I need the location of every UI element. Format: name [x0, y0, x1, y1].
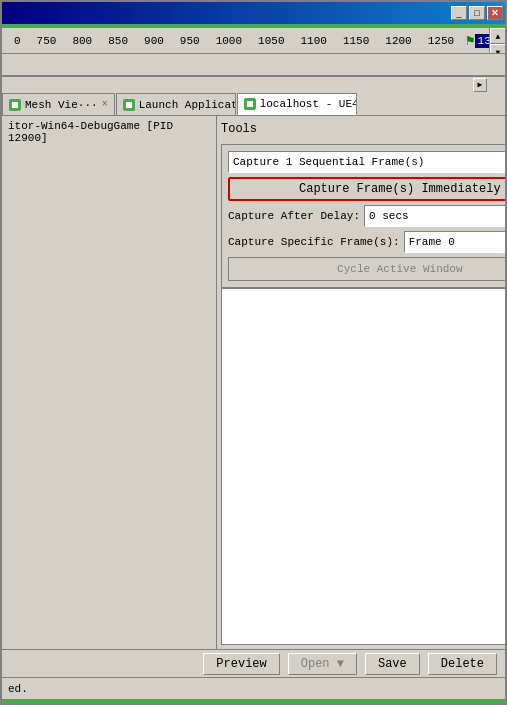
save-button[interactable]: Save — [365, 653, 420, 675]
pid-label: itor-Win64-DebugGame [PID 12900] — [2, 116, 216, 148]
open-button: Open ▼ — [288, 653, 357, 675]
open-label: Open — [301, 657, 330, 671]
footer-toolbar: Preview Open ▼ Save Delete — [2, 649, 505, 677]
capture-specific-row: Capture Specific Frame(s): ▲ ▼ — [228, 231, 505, 253]
localhost-icon — [244, 98, 256, 110]
green-border-bottom — [2, 699, 505, 703]
ruler-mark-850: 850 — [100, 35, 136, 47]
tab-mesh-view[interactable]: Mesh Vie··· × — [2, 93, 115, 115]
launch-icon — [123, 99, 135, 111]
ruler-mark-900: 900 — [136, 35, 172, 47]
capture-specific-label: Capture Specific Frame(s): — [228, 236, 400, 248]
h-scroll-area: ▶ — [2, 76, 505, 92]
tools-header: Tools — [221, 120, 505, 138]
ruler-mark-1200: 1200 — [377, 35, 419, 47]
tab-mesh-close[interactable]: × — [102, 99, 108, 110]
capture-after-delay-row: Capture After Delay: ▲ ▼ — [228, 205, 505, 227]
big-white-area — [221, 288, 505, 645]
ruler-area: 0 750 800 850 900 950 1000 1050 1100 115… — [2, 28, 505, 54]
tab-localhost-label: localhost - UE4Editor-Win64-Deb··· — [260, 98, 357, 110]
preview-button[interactable]: Preview — [203, 653, 279, 675]
capture-after-delay-label: Capture After Delay: — [228, 210, 360, 222]
svg-rect-1 — [126, 102, 132, 108]
left-panel: itor-Win64-DebugGame [PID 12900] — [2, 116, 217, 649]
ruler-mark-800: 800 — [64, 35, 100, 47]
svg-rect-2 — [247, 101, 253, 107]
maximize-button[interactable]: □ — [469, 6, 485, 20]
ruler-mark-1150: 1150 — [335, 35, 377, 47]
status-text: ed. — [8, 683, 28, 695]
main-window: _ □ ✕ 0 750 800 850 900 950 1000 1050 11… — [0, 0, 507, 705]
tab-mesh-label: Mesh Vie··· — [25, 99, 98, 111]
svg-rect-0 — [12, 102, 18, 108]
capture-sequential-row: ▲ ▼ — [228, 151, 505, 173]
capture-after-delay-spinbox-row: ▲ ▼ — [364, 205, 505, 227]
cycle-window-button: Cycle Active Window — [228, 257, 505, 281]
h-scroll-right[interactable]: ▶ — [473, 78, 487, 92]
tab-launch-app[interactable]: Launch Applicat··· × — [116, 93, 236, 115]
tab-localhost[interactable]: localhost - UE4Editor-Win64-Deb··· × — [237, 93, 357, 115]
minimize-button[interactable]: _ — [451, 6, 467, 20]
ruler-content: 0 750 800 850 900 950 1000 1050 1100 115… — [2, 32, 505, 49]
title-bar-buttons: _ □ ✕ — [451, 6, 503, 20]
content-area: itor-Win64-DebugGame [PID 12900] Tools ▲… — [2, 116, 505, 649]
ruler-scroll-up[interactable]: ▲ — [490, 28, 505, 44]
ruler-mark-1000: 1000 — [208, 35, 250, 47]
capture-specific-input[interactable] — [404, 231, 505, 253]
tools-section: ▲ ▼ Capture Frame(s) Immediately Capture… — [221, 144, 505, 288]
capture-immediately-button[interactable]: Capture Frame(s) Immediately — [228, 177, 505, 201]
ruler-mark-0: 0 — [6, 35, 29, 47]
ruler-mark-750: 750 — [29, 35, 65, 47]
ruler-mark-1100: 1100 — [292, 35, 334, 47]
gray-strip — [2, 54, 505, 76]
ruler-mark-950: 950 — [172, 35, 208, 47]
close-button[interactable]: ✕ — [487, 6, 503, 20]
mesh-icon — [9, 99, 21, 111]
title-bar: _ □ ✕ — [2, 2, 505, 24]
ruler-flag-icon: ⚑ — [466, 32, 474, 49]
tools-panel: Tools ▲ ▼ Capture Frame(s) Immediately C… — [217, 116, 505, 649]
tab-launch-label: Launch Applicat··· — [139, 99, 236, 111]
ruler-mark-1250: 1250 — [420, 35, 462, 47]
ruler-mark-1050: 1050 — [250, 35, 292, 47]
delete-button[interactable]: Delete — [428, 653, 497, 675]
capture-after-delay-input[interactable] — [364, 205, 505, 227]
ruler-scroll-down[interactable]: ▼ — [490, 44, 505, 54]
open-arrow-icon: ▼ — [337, 657, 344, 671]
status-bar: ed. — [2, 677, 505, 699]
capture-specific-spinbox-row: ▲ ▼ — [404, 231, 505, 253]
tabs-bar: Mesh Vie··· × Launch Applicat··· × local… — [2, 92, 505, 116]
capture-sequential-input[interactable] — [228, 151, 505, 173]
